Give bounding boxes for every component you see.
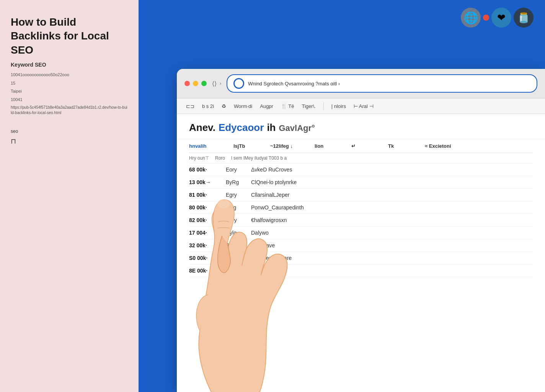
deco-icon-3: 🫙	[514, 8, 534, 28]
cell-code: Egry	[226, 192, 245, 198]
sidebar-url[interactable]: https://pub-5c454f571b8e40a3a2aad27ade84…	[11, 105, 128, 116]
sidebar-meta-1: 10041oooooooooooo50o22ooo	[11, 72, 128, 78]
toolbar-item-nloirs[interactable]: | nloirs	[331, 103, 346, 109]
cell-text: Eowerave	[251, 242, 358, 248]
cell-code: Bylg	[226, 204, 245, 211]
sub-header-2: Roro	[215, 155, 225, 161]
traffic-light-red[interactable]	[184, 81, 190, 86]
cell-text: ΔvkeD RuCroves	[251, 167, 358, 173]
col-header-6[interactable]: Tk	[388, 143, 419, 149]
page-title-part1: Anev.	[189, 122, 215, 134]
col-header-3[interactable]: ~12lifeg ↓	[270, 143, 308, 149]
toolbar-item-3[interactable]: ♻	[222, 103, 226, 109]
table-row[interactable]: 80 00k· Bylg PonwO_Caurapedinth	[189, 201, 533, 214]
cell-num: 17 004·	[189, 230, 220, 236]
sub-header-row: Hry oun⊤ Roro l sem lMey iludyal T003 b …	[189, 153, 533, 163]
toolbar-item-aral[interactable]: ⊢ Aral ⊣	[354, 103, 374, 109]
table-row[interactable]: 17 004· Rylg Dalywo	[189, 227, 533, 239]
page-title-sub: GavlAgr°	[279, 123, 315, 133]
browser-content: Anev. Edycaoor ih GavlAgr° hnvalih lsjTb…	[177, 114, 545, 392]
traffic-lights	[184, 81, 207, 86]
address-circle-icon	[233, 78, 244, 89]
page-title-part2: Edycaoor	[219, 122, 264, 134]
deco-icon-1: 🌐	[461, 8, 481, 28]
address-text: Wnind Sgrotech Qvsamroxing ?mats αitl ›	[248, 81, 530, 87]
cell-text: ClQnei-lo ptolynrke	[251, 179, 358, 185]
sidebar-tag: seo	[11, 129, 128, 134]
traffic-light-yellow[interactable]	[193, 81, 198, 86]
deco-red-dot	[483, 15, 489, 21]
browser-toolbar: ⊏⊐ b s 2i ♻ Worm·di Augpr 🍴 Tē Tiger\. |…	[177, 98, 545, 114]
data-table: hnvalih lsjTb ~12lifeg ↓ lion ↵ Tk ≈ Exc…	[177, 139, 545, 277]
sidebar-meta-2: 15	[11, 80, 128, 87]
table-row[interactable]: 32 00k· Bory Eowerave	[189, 239, 533, 252]
sidebar-subtitle: Keyword SEO	[11, 62, 128, 68]
table-header-row: hnvalih lsjTb ~12lifeg ↓ lion ↵ Tk ≈ Exc…	[189, 139, 533, 153]
traffic-light-green[interactable]	[201, 81, 207, 86]
cell-num: 8E 00k·	[189, 268, 220, 274]
top-right-icons: 🌐 ❤ 🫙	[461, 8, 534, 28]
col-header-1[interactable]: hnvalih	[189, 143, 227, 149]
sidebar-title: How to Build Backlinks for Local SEO	[11, 15, 128, 57]
cell-text: €halfowigrosxn	[251, 217, 358, 223]
cell-num: 82 00k·	[189, 217, 220, 223]
sidebar-meta-3: Taipei	[11, 88, 128, 95]
cell-code: Rylg	[226, 230, 245, 236]
sub-header-1: Hry oun⊤	[189, 155, 209, 161]
sub-header-3: l sem lMey iludyal T003 b a	[231, 155, 287, 161]
page-title-part3: ih	[267, 122, 276, 134]
cell-text: CllarsinalLJeper	[251, 192, 358, 198]
col-header-7[interactable]: ≈ Excietoni	[425, 143, 501, 149]
cell-code: Nilly	[226, 255, 245, 261]
cell-num: 80 00k·	[189, 204, 220, 211]
cell-code: ByRg	[226, 179, 245, 185]
cell-num: 13 00k→	[189, 179, 220, 185]
page-header: Anev. Edycaoor ih GavlAgr°	[177, 114, 545, 139]
browser-chrome: ⟨⟩ › Wnind Sgrotech Qvsamroxing ?mats αi…	[177, 69, 545, 98]
sidebar-meta-4: 10041	[11, 96, 128, 103]
toolbar-item-1[interactable]: ⊏⊐	[186, 103, 194, 109]
toolbar-divider	[323, 102, 324, 110]
cell-num: 32 00k·	[189, 242, 220, 248]
cell-code: Bory	[226, 242, 245, 248]
cell-num: S0 00k·	[189, 255, 220, 261]
nav-buttons: ⟨⟩ ›	[212, 80, 221, 87]
toolbar-item-te[interactable]: 🍴 Tē	[281, 103, 294, 109]
main-area: 🌐 ❤ 🫙 ⟨⟩ › Wnind Sgrotech Qvsamroxing ?m…	[139, 0, 545, 392]
page-title-row: Anev. Edycaoor ih GavlAgr°	[189, 122, 533, 134]
deco-icon-2: ❤	[491, 8, 511, 28]
col-header-2[interactable]: lsjTb	[233, 143, 264, 149]
toolbar-item-worn[interactable]: Worm·di	[234, 103, 252, 109]
col-header-5[interactable]: ↵	[351, 143, 382, 149]
table-row[interactable]: 13 00k→ ByRg ClQnei-lo ptolynrke	[189, 176, 533, 189]
table-row[interactable]: 82 00k· Bury €halfowigrosxn	[189, 214, 533, 227]
table-row[interactable]: S0 00k· Nilly OhrepemsTurare	[189, 252, 533, 265]
sidebar-tag-icon: ⊓	[11, 137, 128, 145]
table-row[interactable]: 81 00k· Egry CllarsinalLJeper	[189, 189, 533, 201]
col-header-4[interactable]: lion	[315, 143, 345, 149]
table-row[interactable]: 8E 00k·	[189, 265, 533, 277]
nav-forward-button[interactable]: ›	[220, 81, 221, 86]
browser-window: ⟨⟩ › Wnind Sgrotech Qvsamroxing ?mats αi…	[177, 69, 545, 392]
toolbar-item-2[interactable]: b s 2i	[202, 103, 214, 109]
toolbar-item-augpr[interactable]: Augpr	[260, 103, 273, 109]
toolbar-item-tiger[interactable]: Tiger\.	[302, 103, 316, 109]
cell-code: Bury	[226, 217, 245, 223]
table-row[interactable]: 68 00k· Eory ΔvkeD RuCroves	[189, 163, 533, 176]
cell-text: Dalywo	[251, 230, 358, 236]
cell-num: 81 00k·	[189, 192, 220, 198]
sidebar: How to Build Backlinks for Local SEO Key…	[0, 0, 139, 392]
nav-back-button[interactable]: ⟨⟩	[212, 80, 217, 87]
cell-text: OhrepemsTurare	[251, 255, 358, 261]
cell-code: Eory	[226, 167, 245, 173]
cell-text: PonwO_Caurapedinth	[251, 204, 358, 211]
cell-num: 68 00k·	[189, 167, 220, 173]
address-bar[interactable]: Wnind Sgrotech Qvsamroxing ?mats αitl ›	[227, 74, 537, 93]
